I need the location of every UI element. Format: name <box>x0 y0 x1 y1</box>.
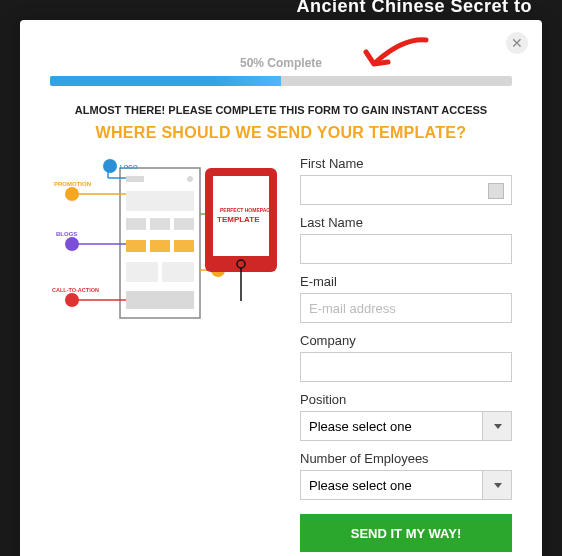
employees-select[interactable]: Please select one <box>300 470 512 500</box>
email-label: E-mail <box>300 274 512 289</box>
svg-text:CALL-TO-ACTION: CALL-TO-ACTION <box>52 287 99 293</box>
template-illustration: LOGO PROMOTION LEAD MAGNET BLOGS REVIEWS… <box>50 156 280 336</box>
close-button[interactable]: ✕ <box>506 32 528 54</box>
position-select[interactable]: Please select one <box>300 411 512 441</box>
modal-overlay: ✕ 50% Complete ALMOST THERE! PLEASE COMP… <box>0 0 562 556</box>
lead-capture-modal: ✕ 50% Complete ALMOST THERE! PLEASE COMP… <box>20 20 542 556</box>
main-headline: WHERE SHOULD WE SEND YOUR TEMPLATE? <box>50 124 512 142</box>
svg-text:PERFECT HOMEPAGE: PERFECT HOMEPAGE <box>220 207 274 213</box>
company-input[interactable] <box>300 352 512 382</box>
lead-form: First Name Last Name E-mail Company <box>300 156 512 552</box>
progress-label: 50% Complete <box>50 56 512 70</box>
svg-rect-9 <box>174 240 194 252</box>
svg-text:TEMPLATE: TEMPLATE <box>217 215 260 224</box>
svg-point-26 <box>65 293 79 307</box>
svg-rect-6 <box>174 218 194 230</box>
submit-button[interactable]: SEND IT MY WAY! <box>300 514 512 552</box>
svg-rect-1 <box>126 176 144 182</box>
svg-point-21 <box>103 159 117 173</box>
svg-text:BLOGS: BLOGS <box>56 231 77 237</box>
progress-fill <box>50 76 281 86</box>
svg-point-24 <box>65 237 79 251</box>
svg-rect-11 <box>162 262 194 282</box>
last-name-label: Last Name <box>300 215 512 230</box>
company-label: Company <box>300 333 512 348</box>
svg-rect-10 <box>126 262 158 282</box>
svg-rect-3 <box>126 191 194 211</box>
first-name-label: First Name <box>300 156 512 171</box>
email-input[interactable] <box>300 293 512 323</box>
position-label: Position <box>300 392 512 407</box>
svg-point-22 <box>65 187 79 201</box>
last-name-input[interactable] <box>300 234 512 264</box>
first-name-input[interactable] <box>300 175 512 205</box>
progress-section: 50% Complete <box>50 56 512 86</box>
svg-rect-5 <box>150 218 170 230</box>
subheadline: ALMOST THERE! PLEASE COMPLETE THIS FORM … <box>50 104 512 116</box>
progress-bar <box>50 76 512 86</box>
svg-rect-7 <box>126 240 146 252</box>
svg-text:LOGO: LOGO <box>120 164 138 170</box>
close-icon: ✕ <box>511 35 523 51</box>
svg-rect-4 <box>126 218 146 230</box>
svg-rect-8 <box>150 240 170 252</box>
svg-point-2 <box>187 176 193 182</box>
svg-text:PROMOTION: PROMOTION <box>54 181 91 187</box>
employees-label: Number of Employees <box>300 451 512 466</box>
svg-rect-12 <box>126 291 194 309</box>
annotation-arrow-icon <box>358 34 438 74</box>
